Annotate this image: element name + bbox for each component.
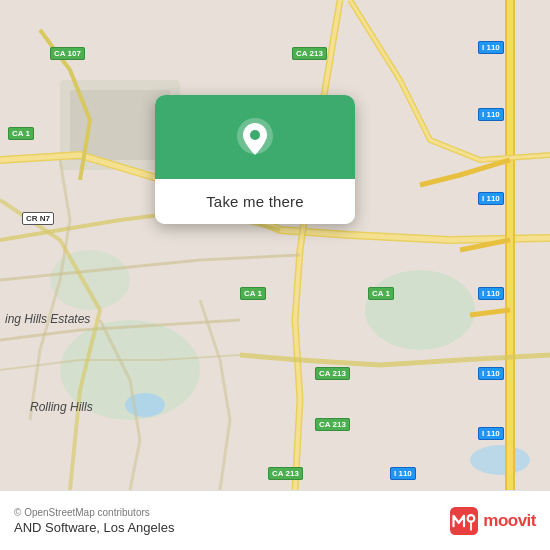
- app-name-text: AND Software, Los Angeles: [14, 520, 174, 535]
- popup-card: Take me there: [155, 95, 355, 224]
- i110-mid2-badge: I 110: [478, 187, 504, 205]
- ca213-mid-badge: CA 213: [315, 362, 350, 380]
- rolling-hills-estates-label: ing Hills Estates: [5, 312, 90, 326]
- ca1-mid-badge: CA 1: [240, 282, 266, 300]
- ca213-top-badge: CA 213: [292, 42, 327, 60]
- take-me-there-button[interactable]: Take me there: [155, 179, 355, 224]
- ca1-top-badge: CA 1: [8, 122, 34, 140]
- ca213-vbot-badge: CA 213: [268, 462, 303, 480]
- ca107-badge: CA 107: [50, 42, 85, 60]
- i110-bot1-badge: I 110: [478, 362, 504, 380]
- ca1-right-badge: CA 1: [368, 282, 394, 300]
- svg-point-9: [250, 130, 260, 140]
- map-background: [0, 0, 550, 490]
- moovit-icon: [450, 507, 478, 535]
- svg-point-12: [469, 516, 473, 520]
- ca213-bot-badge: CA 213: [315, 413, 350, 431]
- svg-rect-0: [0, 0, 550, 490]
- i110-top-badge: I 110: [478, 36, 504, 54]
- i110-right-badge: I 110: [478, 282, 504, 300]
- i110-mid1-badge: I 110: [478, 103, 504, 121]
- moovit-logo: moovit: [450, 507, 536, 535]
- i110-vbot-badge: I 110: [390, 462, 416, 480]
- attribution-text: © OpenStreetMap contributors: [14, 507, 174, 518]
- svg-point-7: [470, 445, 530, 475]
- popup-green-area: [155, 95, 355, 179]
- crn7-badge: CR N7: [22, 207, 54, 225]
- location-pin-icon: [233, 117, 277, 161]
- svg-point-6: [125, 393, 165, 417]
- rolling-hills-label: Rolling Hills: [30, 400, 93, 414]
- moovit-brand-text: moovit: [483, 511, 536, 531]
- map-container: CA 107 CA 1 CA 213 I 110 I 110 I 110 CR …: [0, 0, 550, 490]
- i110-bot2-badge: I 110: [478, 422, 504, 440]
- bottom-bar: © OpenStreetMap contributors AND Softwar…: [0, 490, 550, 550]
